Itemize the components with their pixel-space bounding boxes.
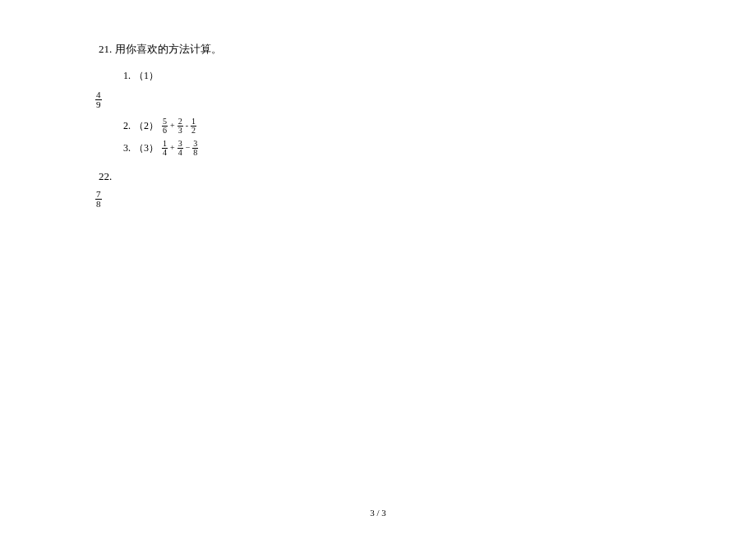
q21-item-1-num: 1. (123, 68, 131, 84)
q21-item-3: 3. （3） 1 4 + 3 4 − 3 8 (123, 140, 657, 157)
fraction: 1 2 (191, 117, 196, 135)
page-number: 3 / 3 (0, 508, 756, 518)
page-number-text: 3 / 3 (370, 508, 386, 518)
fraction-den: 8 (95, 200, 102, 209)
q21-item-3-label: （3） (134, 140, 159, 156)
q22-fraction: 7 8 (95, 190, 657, 209)
q21-item-3-num: 3. (123, 140, 131, 156)
q21-item-3-expr: 1 4 + 3 4 − 3 8 (162, 140, 198, 157)
minus-op: - (185, 122, 189, 130)
fraction: 1 4 (162, 140, 168, 157)
fraction: 2 3 (177, 117, 183, 135)
fraction-den: 4 (177, 149, 183, 157)
fraction-4-9: 4 9 (95, 90, 102, 109)
page-content: 21. 用你喜欢的方法计算。 1. （1） 4 9 2. （2） 5 6 + 2… (99, 41, 657, 217)
q21-number: 21. (99, 43, 112, 55)
fraction-7-8: 7 8 (95, 190, 102, 209)
q21-isolated-fraction-1: 4 9 (95, 90, 657, 109)
q22-title: 22. (99, 170, 657, 183)
q22-number: 22. (99, 170, 112, 182)
fraction-den: 6 (162, 127, 168, 135)
q21-title: 21. 用你喜欢的方法计算。 (99, 41, 657, 58)
fraction-den: 9 (95, 100, 102, 109)
q21-title-text: 用你喜欢的方法计算。 (115, 43, 222, 55)
minus-op: − (185, 144, 191, 152)
fraction-den: 8 (192, 149, 198, 157)
fraction: 3 4 (177, 140, 183, 157)
fraction: 5 6 (162, 117, 168, 135)
q21-item-1: 1. （1） (123, 68, 657, 84)
fraction-den: 4 (162, 149, 168, 157)
q21-item-2-label: （2） (134, 118, 159, 134)
plus-op: + (169, 122, 176, 130)
q21-item-2: 2. （2） 5 6 + 2 3 - 1 2 (123, 117, 657, 135)
q21-item-2-num: 2. (123, 118, 131, 134)
fraction-den: 2 (191, 127, 196, 135)
q21-item-2-expr: 5 6 + 2 3 - 1 2 (162, 117, 196, 135)
fraction-den: 3 (177, 127, 183, 135)
plus-op: + (169, 144, 176, 152)
fraction: 3 8 (192, 140, 198, 157)
q21-item-1-label: （1） (134, 68, 159, 84)
